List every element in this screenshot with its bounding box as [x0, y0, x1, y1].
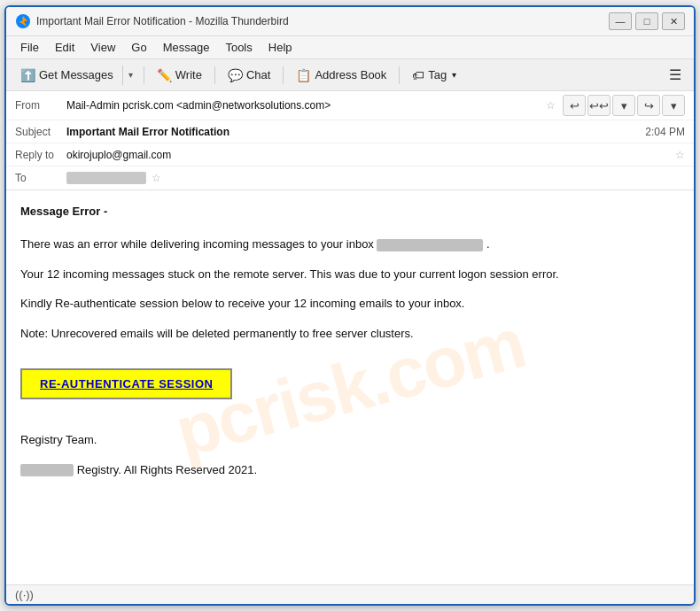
subject-label: Subject	[15, 126, 66, 138]
paragraph-1: There was an error while delivering inco…	[20, 236, 680, 253]
reply-to-label: Reply to	[15, 149, 66, 161]
reauth-button[interactable]: RE-AUTHENTICATE SESSION	[20, 368, 232, 399]
redacted-1	[377, 239, 483, 251]
to-redacted	[66, 172, 146, 184]
get-messages-dropdown[interactable]: ▾	[122, 66, 138, 85]
tag-icon: 🏷	[412, 68, 424, 82]
write-button[interactable]: ✏️ Write	[150, 65, 209, 86]
menu-go[interactable]: Go	[124, 38, 153, 57]
separator-4	[399, 66, 400, 84]
write-label: Write	[175, 68, 202, 81]
menu-view[interactable]: View	[83, 38, 122, 57]
close-button[interactable]: ✕	[662, 12, 685, 30]
separator-2	[214, 66, 215, 84]
footer-text: Registry. All Rights Reserved 2021.	[77, 463, 258, 476]
menu-file[interactable]: File	[13, 38, 46, 57]
get-messages-icon: ⬆️	[20, 68, 35, 82]
reply-all-button[interactable]: ↩↩	[587, 95, 611, 116]
address-book-icon: 📋	[296, 68, 311, 82]
main-window: Important Mail Error Notification - Mozi…	[4, 5, 696, 606]
titlebar-controls: — □ ✕	[609, 12, 685, 30]
thunderbird-icon	[15, 13, 31, 29]
email-body: pcrisk.com Message Error - There was an …	[6, 190, 694, 584]
reply-button[interactable]: ↩	[563, 95, 586, 116]
from-star-icon[interactable]: ☆	[546, 99, 556, 112]
subject-row: Subject Important Mail Error Notificatio…	[6, 120, 694, 143]
minimize-button[interactable]: —	[609, 12, 632, 30]
menu-help[interactable]: Help	[261, 38, 299, 57]
tag-label: Tag	[428, 68, 447, 81]
menu-tools[interactable]: Tools	[218, 38, 259, 57]
window-title: Important Mail Error Notification - Mozi…	[36, 15, 289, 27]
statusbar: ((·))	[6, 584, 694, 604]
to-row: To ☆	[6, 166, 694, 189]
hamburger-menu[interactable]: ☰	[664, 63, 687, 87]
address-book-label: Address Book	[315, 68, 386, 81]
chat-label: Chat	[246, 68, 270, 81]
wifi-icon: ((·))	[15, 588, 34, 601]
footer: Registry. All Rights Reserved 2021.	[20, 461, 680, 479]
email-content: Message Error - There was an error while…	[20, 205, 680, 478]
maximize-button[interactable]: □	[635, 12, 658, 30]
more-nav-button[interactable]: ▾	[662, 95, 685, 116]
separator-1	[144, 66, 144, 84]
address-book-button[interactable]: 📋 Address Book	[289, 65, 393, 86]
reauth-button-container: RE-AUTHENTICATE SESSION	[20, 354, 680, 414]
menubar: File Edit View Go Message Tools Help	[6, 36, 694, 59]
to-label: To	[15, 172, 66, 184]
chat-button[interactable]: 💬 Chat	[221, 65, 277, 86]
tag-button[interactable]: 🏷 Tag ▾	[405, 65, 463, 86]
forward-button[interactable]: ↪	[637, 95, 660, 116]
menu-message[interactable]: Message	[156, 38, 217, 57]
paragraph-4: Note: Unrecovered emails will be deleted…	[20, 325, 680, 343]
from-value: Mail-Admin pcrisk.com <admin@networksolu…	[66, 99, 541, 112]
from-label: From	[15, 99, 66, 112]
reply-to-star-icon[interactable]: ☆	[675, 149, 685, 161]
paragraph-3: Kindly Re-authenticate session below to …	[20, 295, 680, 313]
to-star-icon[interactable]: ☆	[152, 172, 161, 184]
reply-to-value: okirojuplo@gmail.com	[66, 149, 670, 161]
email-time: 2:04 PM	[645, 126, 685, 138]
get-messages-label: Get Messages	[39, 68, 113, 81]
from-row: From Mail-Admin pcrisk.com <admin@networ…	[6, 91, 694, 120]
chat-icon: 💬	[228, 68, 243, 82]
reply-to-row: Reply to okirojuplo@gmail.com ☆	[6, 143, 694, 166]
separator-3	[283, 66, 284, 84]
nav-buttons: ↩ ↩↩ ▾ ↪ ▾	[563, 95, 685, 116]
write-icon: ✏️	[157, 68, 172, 82]
paragraph-2: Your 12 incoming messages stuck on the r…	[20, 266, 680, 283]
tag-dropdown-icon: ▾	[452, 70, 456, 80]
redacted-registry	[20, 464, 74, 476]
menu-edit[interactable]: Edit	[48, 38, 82, 57]
titlebar: Important Mail Error Notification - Mozi…	[6, 7, 694, 36]
email-header: From Mail-Admin pcrisk.com <admin@networ…	[6, 91, 694, 190]
get-messages-button[interactable]: ⬆️ Get Messages	[13, 65, 121, 86]
subject-value: Important Mail Error Notification	[66, 126, 645, 138]
nav-down-button[interactable]: ▾	[612, 95, 635, 116]
titlebar-left: Important Mail Error Notification - Mozi…	[15, 13, 289, 29]
sign-off: Registry Team.	[20, 431, 680, 449]
toolbar: ⬆️ Get Messages ▾ ✏️ Write 💬 Chat 📋 Addr…	[6, 59, 694, 91]
message-error-header: Message Error -	[20, 205, 680, 218]
